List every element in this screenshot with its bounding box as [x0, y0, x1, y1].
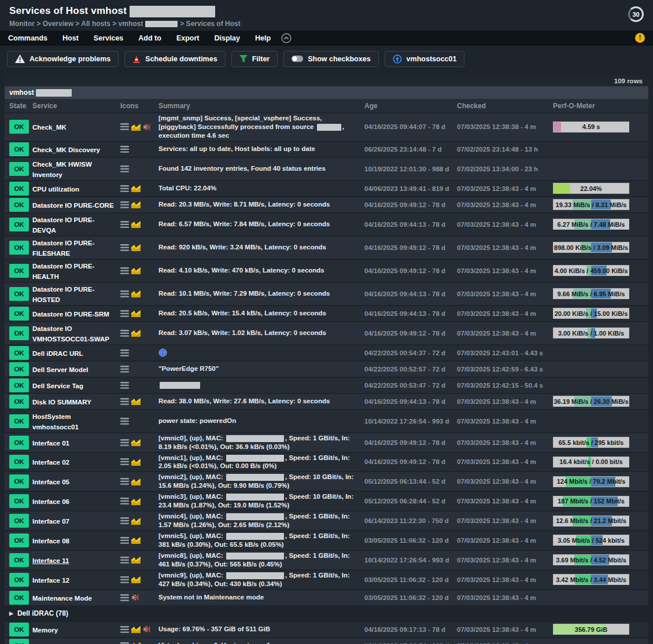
- column-header-perf-o-meter[interactable]: Perf-O-Meter: [553, 102, 644, 110]
- mute-icon[interactable]: [143, 625, 152, 633]
- service-link[interactable]: HostSystem vmhostsocc01: [32, 413, 79, 430]
- menu-icon[interactable]: [120, 146, 129, 153]
- menu-icon[interactable]: [120, 439, 129, 446]
- graph-icon[interactable]: [131, 244, 141, 251]
- menu-icon[interactable]: [120, 185, 129, 192]
- menu-icon[interactable]: [120, 201, 129, 208]
- service-link[interactable]: CPU utilization: [32, 186, 79, 193]
- service-link[interactable]: Interface 12: [32, 577, 69, 584]
- menu-icon[interactable]: [120, 626, 129, 633]
- menu-icon[interactable]: [120, 498, 129, 505]
- graph-icon[interactable]: [131, 498, 141, 505]
- menu-icon[interactable]: [120, 165, 129, 172]
- service-link[interactable]: Interface 01: [32, 440, 69, 447]
- perf-o-meter[interactable]: 124 Mbit/s / 79.2 Mbit/s: [553, 476, 629, 487]
- menu-icon[interactable]: [120, 576, 129, 583]
- menu-icon[interactable]: [120, 349, 129, 356]
- service-link[interactable]: Maintenance Mode: [32, 595, 92, 602]
- collapse-menu-icon[interactable]: [281, 33, 292, 43]
- service-link[interactable]: Datastore IO PURE-HEALTH: [32, 263, 94, 280]
- perf-o-meter[interactable]: 898.00 KiB/s / 3.09 MiB/s: [553, 242, 629, 253]
- menu-item-services[interactable]: Services: [94, 34, 123, 42]
- menu-item-add-to[interactable]: Add to: [138, 34, 161, 42]
- service-link[interactable]: Interface 05: [32, 479, 69, 485]
- perf-o-meter[interactable]: 16.4 kbit/s / 0.00 bit/s: [553, 457, 629, 468]
- service-link[interactable]: Datastore IO VMHOSTSOCC01-SWAP: [32, 325, 109, 343]
- graph-icon[interactable]: [131, 536, 141, 544]
- perf-o-meter[interactable]: 19.33 MiB/s / 8.31 MiB/s: [553, 199, 629, 210]
- graph-icon[interactable]: [131, 398, 141, 405]
- perf-o-meter[interactable]: 3.00 KiB/s / 1.00 KiB/s: [553, 327, 629, 338]
- service-link[interactable]: Datastore IO PURE-CORE: [32, 202, 114, 209]
- service-link[interactable]: Interface 02: [32, 459, 69, 466]
- graph-icon[interactable]: [131, 329, 141, 337]
- column-header-service[interactable]: Service: [32, 102, 120, 110]
- menu-icon[interactable]: [120, 517, 129, 524]
- perf-o-meter[interactable]: 12.6 Mbit/s / 21.2 Mbit/s: [553, 516, 629, 527]
- perf-o-meter[interactable]: 6.27 MiB/s / 7.48 MiB/s: [553, 219, 629, 230]
- menu-icon[interactable]: [120, 310, 129, 317]
- service-link[interactable]: Dell iDRAC URL: [32, 350, 83, 357]
- show-checkboxes-button[interactable]: Show checkboxes: [283, 51, 378, 67]
- mute-icon[interactable]: [143, 123, 152, 131]
- graph-icon[interactable]: [131, 290, 141, 297]
- schedule-downtimes-button[interactable]: Schedule downtimes: [124, 51, 225, 67]
- column-header-summary[interactable]: Summary: [158, 102, 364, 110]
- breadcrumb[interactable]: Monitor > Overview > All hosts > vmhost>…: [9, 20, 241, 28]
- perf-o-meter[interactable]: 4.59 s: [553, 122, 629, 133]
- menu-icon[interactable]: [120, 123, 129, 130]
- group-header-dell-idrac-78-[interactable]: ▶Dell iDRAC (78): [5, 605, 648, 621]
- perf-o-meter[interactable]: 65.5 kbit/s / 295 kbit/s: [553, 437, 629, 448]
- perf-o-meter[interactable]: 3.05 Mbit/s / 524 kbit/s: [553, 535, 629, 546]
- graph-icon[interactable]: [131, 517, 141, 525]
- service-link[interactable]: Disk IO SUMMARY: [32, 399, 91, 406]
- column-header-age[interactable]: Age: [364, 102, 457, 110]
- menu-icon[interactable]: [120, 382, 129, 389]
- column-header-icons[interactable]: Icons: [120, 102, 158, 110]
- service-link[interactable]: Dell Server Model: [32, 366, 88, 373]
- service-link[interactable]: Check_MK Discovery: [32, 146, 100, 153]
- host-group-header[interactable]: vmhost: [5, 86, 648, 99]
- refresh-countdown[interactable]: 30: [628, 6, 644, 22]
- graph-icon[interactable]: [131, 185, 141, 192]
- mute-icon[interactable]: [131, 594, 141, 601]
- perf-o-meter[interactable]: 3.69 Mbit/s / 4.52 Mbit/s: [553, 554, 629, 565]
- menu-icon[interactable]: [120, 398, 129, 405]
- menu-icon[interactable]: [120, 267, 129, 274]
- graph-icon[interactable]: [131, 310, 141, 317]
- perf-o-meter[interactable]: 4.00 KiB/s / 459.00 KiB/s: [553, 265, 629, 276]
- menu-item-host[interactable]: Host: [62, 34, 79, 42]
- service-link[interactable]: Datastore IO PURE-SRM: [32, 311, 109, 318]
- perf-o-meter[interactable]: 36.19 MiB/s / 26.30 MiB/s: [553, 396, 629, 407]
- graph-icon[interactable]: [131, 458, 141, 466]
- service-link[interactable]: Check_MK: [32, 124, 67, 131]
- menu-item-export[interactable]: Export: [176, 34, 200, 42]
- menu-item-help[interactable]: Help: [255, 34, 271, 42]
- vmhostsocc01-button[interactable]: vmhostsocc01: [385, 51, 465, 67]
- menu-icon[interactable]: [120, 290, 129, 297]
- menu-icon[interactable]: [120, 418, 129, 425]
- menu-icon[interactable]: [120, 458, 129, 465]
- menu-item-commands[interactable]: Commands: [8, 34, 47, 42]
- graph-icon[interactable]: [131, 201, 141, 208]
- column-header-state[interactable]: State: [9, 102, 32, 110]
- service-link[interactable]: Interface 11: [32, 557, 69, 564]
- perf-o-meter[interactable]: 22.04%: [553, 183, 629, 194]
- perf-o-meter[interactable]: 9.66 MiB/s / 6.95 MiB/s: [553, 288, 629, 299]
- perf-o-meter[interactable]: 20.00 KiB/s / 15.00 KiB/s: [553, 308, 629, 319]
- graph-icon[interactable]: [131, 267, 141, 274]
- graph-icon[interactable]: [131, 642, 141, 644]
- service-link[interactable]: Check_MK HW/SW Inventory: [32, 161, 92, 178]
- menu-icon[interactable]: [120, 642, 129, 644]
- graph-icon[interactable]: [131, 576, 141, 583]
- menu-icon[interactable]: [120, 244, 129, 251]
- column-header-checked[interactable]: Checked: [457, 102, 553, 110]
- warning-icon[interactable]: !: [635, 33, 645, 43]
- service-link[interactable]: Interface 08: [32, 538, 69, 544]
- service-link[interactable]: Dell Service Tag: [32, 382, 83, 389]
- acknowledge-problems-button[interactable]: Acknowledge problems: [7, 51, 119, 67]
- filter-button[interactable]: Filter: [231, 51, 278, 67]
- service-link[interactable]: Datastore IO PURE-HOSTED: [32, 286, 94, 303]
- menu-icon[interactable]: [120, 594, 129, 601]
- service-link[interactable]: Interface 07: [32, 518, 69, 525]
